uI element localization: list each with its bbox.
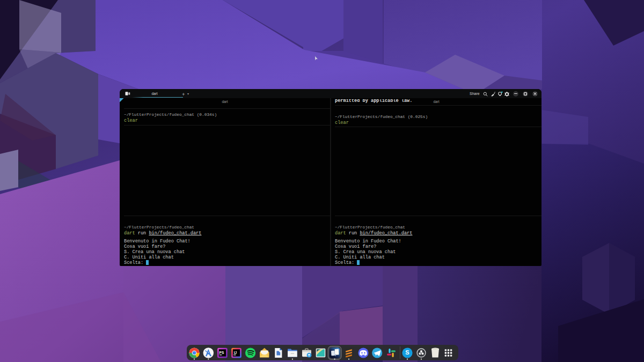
svg-text:IJ: IJ [234, 351, 237, 354]
svg-text:S: S [405, 349, 409, 356]
svg-text:PS: PS [219, 351, 224, 354]
